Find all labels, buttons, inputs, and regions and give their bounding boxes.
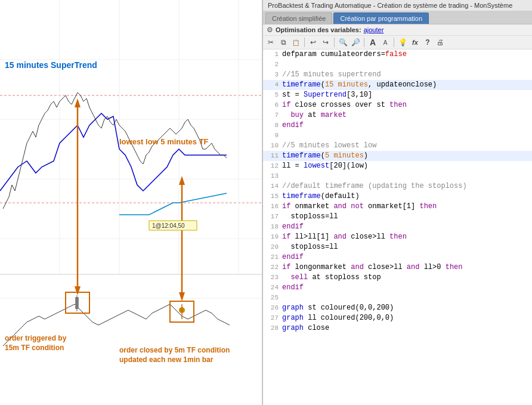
code-line-12: 12 ll = lowest[20](low) (263, 161, 532, 171)
code-line-27: 27 graph ll coloured(200,0,0) (263, 313, 532, 323)
code-line-20: 20 stoploss=ll (263, 242, 532, 252)
code-line-22: 22 if longonmarket and close>ll and ll>0… (263, 262, 532, 273)
paste-icon[interactable]: 📋 (290, 37, 301, 48)
code-line-4: 4 timeframe(15 minutes, updateonclose) (263, 80, 532, 90)
separator-1 (304, 38, 305, 47)
print-icon[interactable]: 🖨 (435, 37, 446, 48)
copy-icon[interactable]: ⧉ (278, 37, 289, 48)
search-icon[interactable]: 🔍 (338, 37, 348, 48)
code-line-16: 16 if onmarket and not onmarket[1] then (263, 202, 532, 212)
title-bar: ProBacktest & Trading Automatique - Créa… (263, 0, 532, 11)
code-line-2: 2 (263, 60, 532, 70)
code-line-17: 17 stoploss=ll (263, 212, 532, 222)
icon-toolbar: ✂ ⧉ 📋 ↩ ↪ 🔍 🔎 A A 💡 fx ? 🖨 (263, 36, 532, 50)
tab-creation-simplifiee[interactable]: Création simplifiée (265, 13, 332, 24)
code-line-24: 24 endif (263, 283, 532, 293)
code-line-6: 6 if close crosses over st then (263, 100, 532, 110)
redo-icon[interactable]: ↪ (320, 37, 331, 48)
separator-3 (364, 38, 364, 47)
code-line-3: 3 //15 minutes supertrend (263, 70, 532, 80)
font-big-icon[interactable]: A (367, 37, 378, 48)
code-editor[interactable]: 1 defparam cumulateorders=false 2 3 //15… (263, 50, 532, 405)
code-line-18: 18 endif (263, 222, 532, 232)
code-line-11: 11 timeframe(5 minutes) (263, 151, 532, 161)
code-line-7: 7 buy at market (263, 110, 532, 120)
chart-svg: 1@12:04,50 (0, 0, 262, 405)
fx-icon[interactable]: fx (410, 37, 420, 48)
code-line-23: 23 sell at stoploss stop (263, 273, 532, 283)
help-icon[interactable]: ? (422, 37, 433, 48)
code-line-26: 26 graph st coloured(0,0,200) (263, 303, 532, 313)
code-line-9: 9 (263, 131, 532, 141)
tab-creation-programmation[interactable]: Création par programmation (333, 13, 429, 24)
separator-2 (334, 38, 335, 47)
svg-text:1@12:04,50: 1@12:04,50 (152, 222, 185, 229)
optimization-toolbar: ⚙ Optimisation des variables: ajouter (263, 24, 532, 36)
chart-area: 1@12:04,50 15 minutes SuperTrend lowest … (0, 0, 262, 405)
code-line-1: 1 defparam cumulateorders=false (263, 50, 532, 60)
code-line-21: 21 endif (263, 252, 532, 262)
code-line-8: 8 endif (263, 120, 532, 131)
code-line-10: 10 //5 minutes lowest low (263, 141, 532, 151)
undo-icon[interactable]: ↩ (308, 37, 318, 48)
ajouter-link[interactable]: ajouter (364, 26, 384, 33)
window-title: ProBacktest & Trading Automatique - Créa… (268, 2, 512, 9)
code-panel: ProBacktest & Trading Automatique - Créa… (262, 0, 532, 405)
separator-4 (394, 38, 394, 47)
code-line-13: 13 (263, 171, 532, 181)
font-small-icon[interactable]: A (380, 37, 391, 48)
bulb-icon[interactable]: 💡 (397, 37, 408, 48)
zoom-icon[interactable]: 🔎 (350, 37, 361, 48)
code-line-25: 25 (263, 293, 532, 303)
code-line-28: 28 graph close (263, 323, 532, 333)
tabs-row: Création simplifiée Création par program… (263, 11, 532, 24)
code-line-14: 14 //default timeframe (updating the sto… (263, 181, 532, 191)
code-line-5: 5 st = Supertrend[3,10] (263, 90, 532, 100)
main-window: 1@12:04,50 15 minutes SuperTrend lowest … (0, 0, 532, 405)
gear-icon: ⚙ (267, 26, 273, 34)
code-line-19: 19 if ll>ll[1] and close>ll then (263, 232, 532, 242)
optimization-label: Optimisation des variables: (276, 26, 361, 33)
scissors-icon[interactable]: ✂ (265, 37, 276, 48)
code-line-15: 15 timeframe(default) (263, 191, 532, 202)
